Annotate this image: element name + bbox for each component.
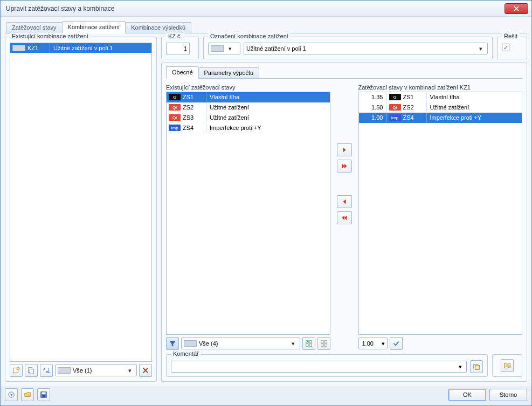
lc-factor: 1.50 (359, 102, 387, 112)
lc-code: ZS4 (183, 123, 194, 133)
deselect-all-button[interactable] (317, 337, 330, 350)
deselect-all-icon (320, 340, 328, 347)
available-row[interactable]: QiZS2Užitné zatížení (167, 102, 330, 113)
svg-rect-7 (309, 341, 311, 343)
assigned-row[interactable]: 1.50QiZS2Užitné zatížení (359, 102, 522, 113)
designation-type-dropdown[interactable]: ▾ (208, 43, 240, 54)
assigned-list-title: Zatěžovací stavy v kombinaci zatížení KZ… (358, 84, 523, 91)
lc-category-tag: Qi (389, 104, 401, 111)
assigned-row[interactable]: 1.35GZS1Vlastní tíha (359, 92, 522, 102)
existing-combinations-list[interactable]: KZ1 Užitné zatížení v poli 1 (10, 43, 152, 362)
titlebar: Upravit zatěžovací stavy a kombinace (1, 1, 531, 17)
lc-category-tag: Imp (169, 125, 181, 131)
window-title: Upravit zatěžovací stavy a kombinace (6, 5, 505, 12)
lc-tagcell: QiZS2 (167, 102, 206, 112)
lc-factor: 1.35 (359, 92, 387, 102)
left-filter-dropdown[interactable]: Vše (1) ▾ (55, 364, 137, 376)
designation-label: Označení kombinace zatížení (208, 33, 291, 39)
lc-tagcell: GZS1 (387, 92, 427, 102)
svg-rect-12 (321, 344, 323, 346)
folder-open-icon (24, 391, 31, 398)
delete-combination-button[interactable] (139, 364, 152, 377)
svg-rect-3 (30, 369, 33, 374)
select-all-icon (305, 340, 313, 347)
available-list-footer: Vše (4) ▾ (166, 337, 330, 350)
lc-category-tag: Qi (169, 114, 181, 121)
assigned-list[interactable]: 1.35GZS1Vlastní tíha1.50QiZS2Užitné zatí… (358, 92, 523, 335)
open-button[interactable] (21, 388, 34, 401)
left-panel: Existující kombinace zatížení KZ1 Užitné… (5, 37, 157, 382)
copy-icon (27, 367, 35, 374)
remove-one-button[interactable] (337, 195, 352, 208)
svg-rect-15 (475, 365, 479, 369)
assigned-row[interactable]: 1.00ImpZS4Imperfekce proti +Y (359, 113, 522, 123)
available-row[interactable]: GZS1Vlastní tíha (167, 92, 330, 102)
double-arrow-right-icon (341, 162, 348, 170)
copy-combination-button[interactable] (25, 364, 38, 377)
lc-name: Užitné zatížení (427, 102, 522, 112)
chevron-down-icon: ▾ (289, 340, 298, 347)
tab-result-combinations[interactable]: Kombinace výsledků (125, 22, 191, 33)
svg-point-1 (17, 367, 19, 370)
chevron-down-icon: ▾ (379, 340, 387, 347)
lc-category-tag: G (389, 94, 401, 100)
save-button[interactable] (37, 388, 50, 401)
solve-label: Řešit (502, 33, 520, 39)
kz-number-label: KZ č. (166, 33, 184, 39)
close-icon (514, 6, 519, 11)
cancel-label: Storno (500, 391, 517, 398)
kz-number-input[interactable] (166, 43, 190, 54)
lc-code: ZS2 (183, 102, 194, 113)
available-list[interactable]: GZS1Vlastní tíhaQiZS2Užitné zatíženíQiZS… (166, 92, 330, 335)
kz-number-fieldset: KZ č. (161, 37, 199, 59)
transfer-arrows (335, 84, 354, 350)
solve-checkbox[interactable] (502, 44, 509, 51)
lc-code: ZS1 (183, 92, 194, 102)
comment-input[interactable]: ▾ (171, 361, 467, 373)
available-filter-text: Vše (4) (199, 340, 287, 347)
library-icon (473, 363, 480, 370)
lc-name: Imperfekce proti +Y (427, 113, 522, 122)
footer-bar: ? OK Storno (1, 386, 531, 405)
select-all-button[interactable] (302, 337, 315, 350)
existing-combinations-legend: Existující kombinace zatížení (10, 33, 91, 39)
details-button[interactable] (501, 359, 514, 372)
available-row[interactable]: ImpZS4Imperfekce proti +Y (167, 123, 330, 133)
combination-row[interactable]: KZ1 Užitné zatížení v poli 1 (10, 43, 151, 53)
svg-rect-22 (42, 395, 45, 397)
tab-general[interactable]: Obecné (166, 66, 199, 79)
comment-pick-button[interactable] (470, 360, 483, 373)
tab-load-cases[interactable]: Zatěžovací stavy (6, 22, 63, 33)
new-combination-button[interactable] (10, 364, 23, 377)
lc-tagcell: GZS1 (167, 92, 206, 102)
lc-name: Imperfekce proti +Y (206, 123, 330, 133)
cancel-button[interactable]: Storno (489, 389, 527, 401)
designation-name-dropdown[interactable]: Užitné zatížení v poli 1 ▾ (244, 43, 488, 54)
arrow-right-icon (341, 146, 348, 154)
add-one-button[interactable] (337, 143, 352, 156)
filter-button[interactable] (166, 337, 179, 350)
chevron-down-icon: ▾ (226, 45, 234, 52)
available-row[interactable]: QiZS3Užitné zatížení (167, 113, 330, 123)
factor-value: 1.00 (362, 340, 374, 347)
available-filter-dropdown[interactable]: Vše (4) ▾ (181, 338, 300, 349)
remove-all-button[interactable] (337, 211, 352, 224)
check-icon (392, 340, 400, 347)
dual-list: Existující zatěžovací stavy GZS1Vlastní … (166, 84, 522, 350)
svg-text:?: ? (10, 393, 13, 398)
sort-combination-button[interactable]: AB (40, 364, 53, 377)
factor-input[interactable]: 1.00 ▾ (358, 338, 388, 349)
assigned-list-footer: 1.00 ▾ (358, 337, 523, 350)
tab-load-combinations[interactable]: Kombinace zatížení (62, 21, 126, 33)
solve-fieldset: Řešit (497, 37, 527, 59)
close-button[interactable] (505, 3, 528, 14)
lc-name: Vlastní tíha (427, 92, 522, 102)
svg-rect-21 (42, 393, 46, 395)
available-list-col: Existující zatěžovací stavy GZS1Vlastní … (166, 84, 330, 350)
help-button[interactable]: ? (5, 388, 18, 401)
add-all-button[interactable] (337, 160, 352, 173)
available-list-title: Existující zatěžovací stavy (166, 84, 330, 91)
tab-calc-params[interactable]: Parametry výpočtu (198, 67, 260, 78)
ok-button[interactable]: OK (448, 389, 486, 401)
apply-factor-button[interactable] (390, 337, 403, 350)
